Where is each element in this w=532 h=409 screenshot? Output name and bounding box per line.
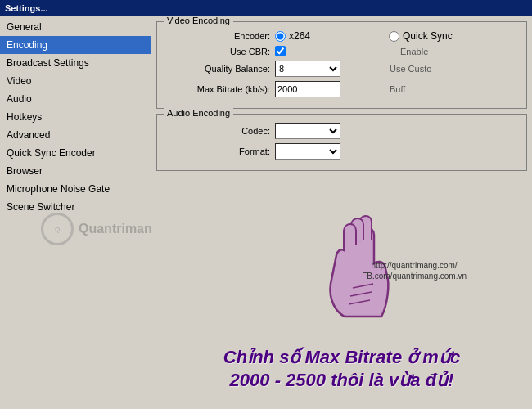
main-container: General Encoding Broadcast Settings Vide… [0, 16, 532, 409]
format-select[interactable] [275, 143, 340, 160]
vietnamese-text-overlay: Chỉnh số Max Bitrate ở mức 2000 - 2500 t… [211, 346, 473, 393]
enable-label: Enable [400, 47, 428, 56]
quality-balance-row: Quality Balance: 8 Use Custo [164, 61, 520, 77]
sidebar-item-advanced[interactable]: Advanced [0, 126, 151, 144]
sidebar-item-hotkeys[interactable]: Hotkeys [0, 108, 151, 126]
max-bitrate-input[interactable]: 2000 [275, 81, 340, 97]
quality-balance-label: Quality Balance: [164, 64, 270, 74]
use-custom-label: Use Custo [390, 64, 431, 74]
url-container: http://quantrimang.com/ FB.com/quantrima… [362, 261, 467, 282]
codec-row: Codec: [164, 123, 520, 139]
svg-line-2 [349, 300, 370, 304]
svg-line-1 [350, 292, 372, 296]
content-area: Video Encoding Encoder: x264 Quick Sync [151, 16, 532, 409]
sidebar: General Encoding Broadcast Settings Vide… [0, 16, 151, 409]
encoder-row: Encoder: x264 Quick Sync [164, 30, 520, 42]
use-cbr-label: Use CBR: [164, 47, 270, 56]
x264-label: x264 [289, 30, 310, 42]
sidebar-item-general[interactable]: General [0, 18, 151, 36]
title-text: Settings... [5, 3, 48, 13]
codec-select[interactable] [275, 123, 340, 139]
use-cbr-row: Use CBR: Enable [164, 46, 520, 56]
audio-encoding-title: Audio Encoding [164, 108, 233, 118]
sidebar-item-microphone-noise-gate[interactable]: Microphone Noise Gate [0, 180, 151, 198]
sidebar-item-audio[interactable]: Audio [0, 90, 151, 108]
fb-text: FB.com/quantrimang.com.vn [362, 272, 467, 281]
hand-cursor-overlay [308, 210, 422, 344]
vietnamese-text: Chỉnh số Max Bitrate ở mức 2000 - 2500 t… [211, 346, 473, 393]
svg-line-0 [353, 284, 373, 288]
x264-option[interactable]: x264 [275, 30, 310, 42]
sidebar-item-video[interactable]: Video [0, 72, 151, 90]
sidebar-item-encoding[interactable]: Encoding [0, 36, 151, 54]
encoder-radio-group: x264 Quick Sync [275, 30, 520, 42]
buff-label: Buff [390, 84, 405, 94]
watermark: Q Quantrimang [41, 213, 160, 245]
codec-label: Codec: [164, 126, 270, 136]
quicksync-radio[interactable] [389, 31, 399, 42]
encoder-label: Encoder: [164, 31, 270, 41]
video-encoding-title: Video Encoding [164, 16, 233, 25]
format-row: Format: [164, 143, 520, 160]
sidebar-item-quick-sync-encoder[interactable]: Quick Sync Encoder [0, 144, 151, 162]
audio-encoding-group: Audio Encoding Codec: Format: [156, 114, 527, 171]
quicksync-option[interactable]: Quick Sync [389, 30, 453, 42]
watermark-circle: Q [41, 213, 74, 245]
sidebar-item-broadcast-settings[interactable]: Broadcast Settings [0, 54, 151, 72]
max-bitrate-label: Max Bitrate (kb/s): [164, 84, 270, 94]
title-bar: Settings... [0, 0, 532, 16]
sidebar-item-browser[interactable]: Browser [0, 162, 151, 180]
hand-icon [308, 210, 422, 341]
x264-radio[interactable] [275, 31, 286, 42]
quality-balance-select[interactable]: 8 [275, 61, 340, 77]
quicksync-label: Quick Sync [403, 30, 453, 42]
use-cbr-checkbox[interactable] [275, 46, 286, 56]
video-encoding-group: Video Encoding Encoder: x264 Quick Sync [156, 21, 527, 109]
watermark-text: Quantrimang [79, 222, 160, 236]
max-bitrate-row: Max Bitrate (kb/s): 2000 Buff [164, 81, 520, 97]
format-label: Format: [164, 146, 270, 156]
url-text: http://quantrimang.com/ [362, 261, 467, 270]
